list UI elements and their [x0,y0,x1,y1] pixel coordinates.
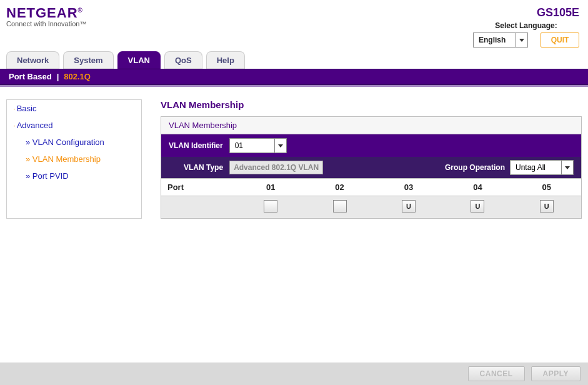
port-toggle-05[interactable]: U [540,200,554,212]
port-col-02: 02 [305,179,374,196]
main-tabs: Network System VLAN QoS Help [0,46,588,69]
tab-network[interactable]: Network [6,51,59,69]
port-col-01: 01 [236,179,305,196]
device-model: GS105E [537,6,579,19]
subnav-8021q[interactable]: 802.1Q [64,72,91,81]
port-table-row: U U U [161,196,581,218]
side-nav: ·Basic ·Advanced VLAN Configuration VLAN… [6,99,142,219]
header: NETGEAR® Connect with Innovation™ GS105E… [0,0,588,35]
vlan-type-label: VLAN Type [184,163,223,172]
sidenav-advanced[interactable]: ·Advanced [7,117,141,134]
sidenav-basic[interactable]: ·Basic [7,100,141,117]
footer: CANCEL APPLY [0,362,588,385]
port-toggle-01[interactable] [264,200,277,212]
port-col-05: 05 [512,179,581,196]
row-vlan-type: VLAN Type Advanced 802.1Q VLAN Group Ope… [161,157,581,178]
chevron-down-icon [274,139,286,152]
main-content: VLAN Membership VLAN Membership VLAN Ide… [161,99,582,219]
port-table-header: Port 01 02 03 04 05 [161,178,581,196]
sidenav-vlan-configuration[interactable]: VLAN Configuration [7,134,141,151]
sidenav-port-pvid[interactable]: Port PVID [7,168,141,184]
port-toggle-03[interactable]: U [402,200,416,212]
quit-button[interactable]: QUIT [541,32,579,48]
chevron-down-icon [561,161,573,174]
sidenav-vlan-membership[interactable]: VLAN Membership [7,151,141,168]
panel-title: VLAN Membership [161,117,581,134]
body: ·Basic ·Advanced VLAN Configuration VLAN… [0,87,588,219]
vlan-id-select[interactable]: 01 [229,138,287,153]
group-op-label: Group Operation [445,163,505,172]
group-op-value: Untag All [511,161,564,174]
language-select[interactable]: English [473,32,528,48]
divider: | [57,72,59,81]
tab-vlan[interactable]: VLAN [117,51,161,69]
cancel-button[interactable]: CANCEL [468,366,525,381]
apply-button[interactable]: APPLY [531,366,581,381]
port-header-label: Port [161,179,236,196]
vlan-type-value: Advanced 802.1Q VLAN [229,161,323,174]
port-toggle-04[interactable]: U [471,200,484,212]
tab-qos[interactable]: QoS [164,51,202,69]
subnav: Port Based | 802.1Q [0,69,588,85]
brand-logo: NETGEAR® [6,5,582,21]
language-area: Select Language: English QUIT [473,21,579,48]
port-col-04: 04 [443,179,512,196]
tab-system[interactable]: System [63,51,113,69]
tab-help[interactable]: Help [206,51,245,69]
chevron-down-icon [516,33,527,47]
group-op-select[interactable]: Untag All [510,160,574,175]
page-title: VLAN Membership [161,99,582,110]
port-toggle-02[interactable] [333,200,347,212]
language-label: Select Language: [473,21,579,30]
registered-mark: ® [78,7,83,14]
port-col-03: 03 [374,179,443,196]
brand-name: NETGEAR [6,5,78,21]
subnav-port-based[interactable]: Port Based [9,72,52,81]
panel-vlan-membership: VLAN Membership VLAN Identifier 01 VLAN … [161,116,582,219]
row-vlan-identifier: VLAN Identifier 01 [161,134,581,157]
vlan-id-label: VLAN Identifier [169,141,223,150]
